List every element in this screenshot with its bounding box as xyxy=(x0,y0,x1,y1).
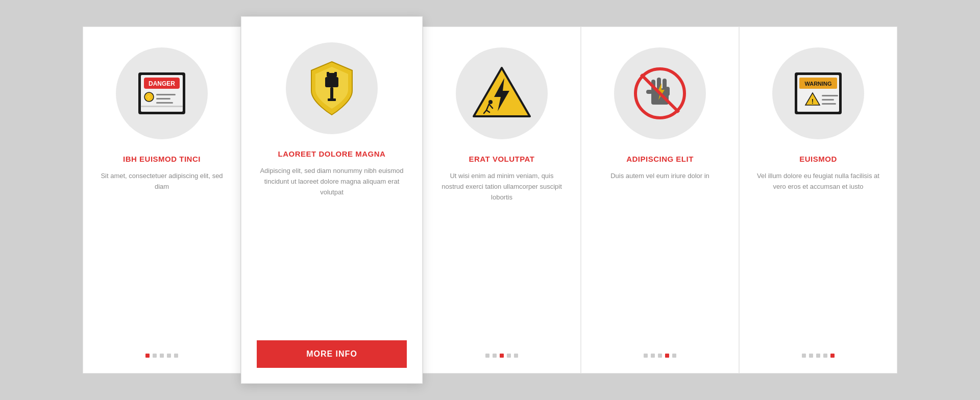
card-4: ADIPISCING ELIT Duis autem vel eum iriur… xyxy=(581,27,739,373)
dot xyxy=(672,354,676,358)
dot xyxy=(145,354,150,358)
svg-text:DANGER: DANGER xyxy=(149,80,175,87)
dot xyxy=(167,354,171,358)
card-5-title: EUISMOD xyxy=(799,155,837,163)
svg-rect-16 xyxy=(328,98,336,101)
dot xyxy=(802,354,806,358)
card-1-dots xyxy=(145,354,178,358)
icon-circle-3 xyxy=(456,47,548,139)
dot xyxy=(507,354,511,358)
icon-circle-5: WARNING ! xyxy=(772,47,864,139)
card-1-text: Sit amet, consectetuer adipiscing elit, … xyxy=(99,171,225,343)
shield-plug-icon xyxy=(301,58,362,119)
more-info-button[interactable]: MORE INFO xyxy=(257,340,407,368)
svg-rect-12 xyxy=(334,72,337,76)
dot xyxy=(485,354,489,358)
card-1: DANGER ⚡ IBH EUISMOD TINCI Sit amet, con… xyxy=(83,27,241,373)
svg-rect-35 xyxy=(822,103,836,105)
dot xyxy=(816,354,820,358)
dot xyxy=(665,354,669,358)
svg-rect-7 xyxy=(156,98,170,99)
svg-rect-24 xyxy=(666,87,670,96)
icon-circle-1: DANGER ⚡ xyxy=(116,47,208,139)
dot xyxy=(644,354,648,358)
svg-rect-6 xyxy=(156,94,176,95)
card-3-text: Ut wisi enim ad minim veniam, quis nostr… xyxy=(438,171,565,343)
svg-text:⚡: ⚡ xyxy=(145,93,154,102)
card-4-title: ADIPISCING ELIT xyxy=(626,155,694,163)
icon-circle-2 xyxy=(286,42,378,134)
card-2-text: Adipiscing elit, sed diam nonummy nibh e… xyxy=(257,166,407,330)
card-1-title: IBH EUISMOD TINCI xyxy=(123,155,201,163)
dot xyxy=(153,354,157,358)
danger-sign-icon: DANGER ⚡ xyxy=(134,70,190,116)
electric-hazard-icon xyxy=(471,65,532,121)
dot xyxy=(514,354,518,358)
card-5-dots xyxy=(802,354,835,358)
card-2-title: LAOREET DOLORE MAGNA xyxy=(278,149,386,158)
card-4-dots xyxy=(644,354,676,358)
card-3: ERAT VOLUTPAT Ut wisi enim ad minim veni… xyxy=(423,27,581,373)
svg-rect-11 xyxy=(327,72,329,76)
dot xyxy=(651,354,655,358)
card-5-text: Vel illum dolore eu feugiat nulla facili… xyxy=(755,171,881,343)
dot xyxy=(174,354,178,358)
dot xyxy=(823,354,827,358)
svg-text:!: ! xyxy=(812,97,814,105)
svg-rect-9 xyxy=(141,106,183,107)
dot xyxy=(809,354,813,358)
svg-rect-25 xyxy=(646,90,652,94)
dot xyxy=(658,354,662,358)
icon-circle-4 xyxy=(614,47,706,139)
dot xyxy=(500,354,504,358)
svg-text:WARNING: WARNING xyxy=(804,81,831,87)
svg-rect-8 xyxy=(156,102,173,104)
dot xyxy=(493,354,497,358)
card-5: WARNING ! EUISMOD Vel illum dolore eu fe… xyxy=(739,27,897,373)
card-2: LAOREET DOLORE MAGNA Adipiscing elit, se… xyxy=(241,16,423,384)
no-touch-icon xyxy=(632,65,688,121)
svg-rect-33 xyxy=(822,95,838,96)
svg-rect-14 xyxy=(330,87,333,96)
card-3-dots xyxy=(485,354,518,358)
dot xyxy=(830,354,835,358)
card-4-text: Duis autem vel eum iriure dolor in xyxy=(610,171,709,343)
card-3-title: ERAT VOLUTPAT xyxy=(469,155,535,163)
warning-sign-icon: WARNING ! xyxy=(790,70,846,116)
svg-rect-34 xyxy=(822,99,834,101)
svg-rect-13 xyxy=(325,77,338,87)
cards-container: DANGER ⚡ IBH EUISMOD TINCI Sit amet, con… xyxy=(83,27,897,373)
dot xyxy=(160,354,164,358)
